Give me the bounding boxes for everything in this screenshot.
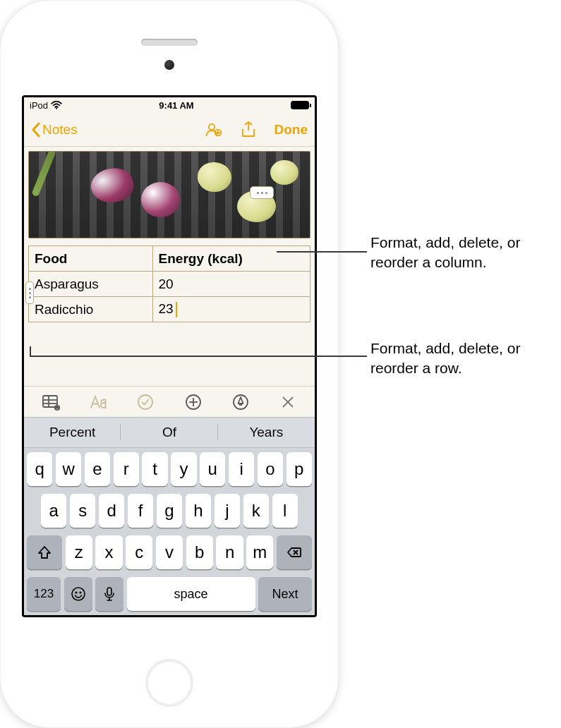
key[interactable]: k (243, 494, 269, 528)
column-handle[interactable] (250, 186, 274, 199)
key[interactable]: i (229, 452, 254, 486)
table-cell[interactable]: Radicchio (29, 297, 153, 322)
table-row: Asparagus 20 (29, 272, 310, 297)
emoji-icon (71, 586, 86, 602)
key[interactable]: t (142, 452, 167, 486)
key-row: a s d f g h j k l (27, 494, 312, 528)
key[interactable]: c (126, 535, 152, 569)
keyboard-suggestions: Percent Of Years (24, 417, 315, 448)
key[interactable]: n (216, 535, 243, 569)
suggestion[interactable]: Years (218, 418, 315, 447)
key[interactable]: v (156, 535, 183, 569)
svg-point-23 (76, 592, 77, 593)
key[interactable]: z (66, 535, 92, 569)
shift-key[interactable] (27, 535, 62, 569)
mic-icon (103, 586, 116, 602)
back-button[interactable]: Notes (31, 122, 78, 138)
numeric-key[interactable]: 123 (27, 577, 61, 611)
key[interactable]: r (114, 452, 139, 486)
callout-line (30, 356, 367, 357)
battery-icon (291, 101, 309, 109)
emoji-key[interactable] (64, 577, 92, 611)
callout-line (277, 251, 367, 253)
callout-line (30, 346, 31, 356)
keyboard: Percent Of Years q w e r t y u i o p a s… (24, 417, 315, 615)
suggestion[interactable]: Of (121, 418, 217, 447)
home-button[interactable] (145, 659, 193, 707)
space-key[interactable]: space (127, 577, 255, 611)
dictation-key[interactable] (95, 577, 123, 611)
table-cell[interactable]: Asparagus (29, 272, 153, 297)
key-row: 123 space Next (27, 577, 312, 611)
status-time: 9:41 AM (159, 100, 193, 111)
add-person-icon[interactable] (204, 121, 222, 139)
svg-rect-5 (43, 396, 57, 407)
key-row: q w e r t y u i o p (27, 452, 312, 486)
svg-point-24 (80, 592, 81, 593)
key[interactable]: d (99, 494, 124, 528)
key[interactable]: e (85, 452, 110, 486)
key[interactable]: o (258, 452, 283, 486)
table-header[interactable]: Food (29, 246, 153, 272)
note-content: Food Energy (kcal) Asparagus 20 Radicchi… (24, 147, 315, 386)
close-icon[interactable] (278, 392, 298, 412)
key[interactable]: s (70, 494, 95, 528)
key[interactable]: l (272, 494, 298, 528)
svg-point-11 (55, 407, 56, 408)
device-label: iPod (30, 100, 48, 111)
svg-point-12 (58, 407, 59, 408)
done-button[interactable]: Done (275, 122, 308, 138)
front-camera (164, 60, 174, 70)
add-icon[interactable] (183, 392, 203, 412)
key[interactable]: m (246, 535, 273, 569)
next-key[interactable]: Next (258, 577, 312, 611)
wifi-icon (51, 101, 62, 109)
callout-row: Format, add, delete, or reorder a row. (370, 339, 561, 379)
svg-point-22 (72, 588, 85, 600)
svg-point-0 (56, 108, 57, 109)
text-format-icon[interactable] (88, 392, 108, 412)
key[interactable]: a (41, 494, 66, 528)
key[interactable]: q (27, 452, 52, 486)
backspace-key[interactable] (277, 535, 312, 569)
svg-rect-25 (107, 588, 111, 595)
device-frame: iPod 9:41 AM Notes Done (0, 0, 339, 728)
key[interactable]: b (186, 535, 213, 569)
table-header-row: Food Energy (kcal) (29, 246, 310, 272)
key[interactable]: j (215, 494, 240, 528)
table-icon[interactable] (41, 392, 61, 412)
key-row: z x c v b n m (27, 535, 312, 569)
share-icon[interactable] (239, 121, 258, 139)
callout-column: Format, add, delete, or reorder a column… (370, 233, 561, 273)
key[interactable]: g (157, 494, 182, 528)
shift-icon (37, 545, 52, 560)
speaker-grille (141, 39, 198, 46)
note-table[interactable]: Food Energy (kcal) Asparagus 20 Radicchi… (28, 245, 310, 322)
nav-bar: Notes Done (24, 113, 315, 147)
back-label: Notes (42, 122, 78, 138)
key[interactable]: h (186, 494, 211, 528)
table-cell[interactable]: 20 (152, 272, 310, 297)
table-cell-active[interactable]: 23 (152, 297, 310, 322)
checklist-icon[interactable] (135, 392, 155, 412)
svg-point-1 (208, 123, 214, 129)
key[interactable]: p (286, 452, 312, 486)
svg-point-13 (138, 395, 152, 409)
key[interactable]: w (56, 452, 81, 486)
chevron-left-icon (31, 122, 41, 138)
key[interactable]: u (200, 452, 225, 486)
table-row: Radicchio 23 (29, 297, 310, 322)
status-bar: iPod 9:41 AM (24, 97, 315, 113)
key[interactable]: f (128, 494, 153, 528)
table-header[interactable]: Energy (kcal) (152, 246, 310, 272)
key[interactable]: x (95, 535, 122, 569)
row-handle[interactable] (25, 281, 34, 304)
markup-icon[interactable] (231, 392, 251, 412)
backspace-icon (286, 545, 302, 560)
format-toolbar (24, 386, 315, 417)
key[interactable]: y (171, 452, 196, 486)
suggestion[interactable]: Percent (24, 418, 121, 447)
text-cursor (176, 302, 178, 317)
